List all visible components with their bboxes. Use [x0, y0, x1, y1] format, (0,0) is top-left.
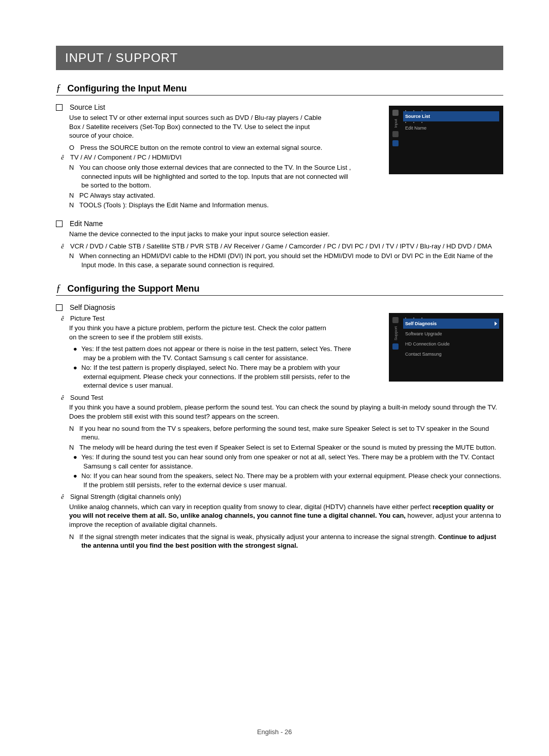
source-note-1: NYou can choose only those external devi… — [69, 163, 356, 190]
source-note-3: NTOOLS (Tools ): Displays the Edit Name … — [69, 201, 503, 210]
plug-icon — [392, 131, 399, 137]
sound-test-label: êSound Test — [61, 393, 503, 402]
source-note-2: NPC Always stay activated. — [69, 191, 503, 200]
checkbox-icon — [56, 220, 63, 227]
gear-icon — [392, 110, 399, 116]
osd-tab-input: Input — [393, 119, 398, 128]
self-diagnosis-heading: Self Diagnosis — [56, 303, 503, 311]
picture-test-no: ●No: If the test pattern is properly dis… — [73, 363, 353, 390]
edit-name-types: êVCR / DVD / Cable STB / Satellite STB /… — [61, 242, 503, 251]
edit-name-desc: Name the device connected to the input j… — [69, 230, 503, 239]
osd-row-self-diagnosis[interactable]: Self Diagnosis — [403, 319, 499, 329]
page-footer: English - 26 — [0, 728, 549, 736]
osd-row-edit-name[interactable]: Edit Name — [403, 123, 499, 133]
osd-row-software-upgrade[interactable]: Software Upgrade — [403, 329, 499, 339]
checkbox-icon — [56, 104, 63, 111]
edit-name-heading: Edit Name — [56, 219, 503, 228]
osd-row-contact[interactable]: Contact Samsung — [403, 349, 499, 359]
sound-test-desc: If you think you have a sound problem, p… — [69, 403, 503, 421]
sound-test-n2: NThe melody will be heard during the tes… — [69, 443, 503, 452]
signal-strength-desc: Unlike analog channels, which can vary i… — [69, 502, 503, 529]
osd-row-source-list[interactable]: Source List — [403, 111, 499, 121]
osd-support-preview: Support Self Diagnosis Software Upgrade … — [389, 313, 503, 382]
osd-input-preview: Input Source List Edit Name — [389, 106, 503, 174]
page-title: INPUT / SUPPORT — [56, 46, 503, 70]
question-icon — [392, 343, 399, 350]
sound-test-yes: ●Yes: If during the sound test you can h… — [73, 453, 503, 470]
signal-strength-note: NIf the signal strength meter indicates … — [69, 532, 503, 550]
tag-icon — [392, 140, 399, 146]
section-support-heading: ƒ Configuring the Support Menu — [56, 282, 503, 296]
osd-row-hd-guide[interactable]: HD Connection Guide — [403, 339, 499, 349]
plug-icon — [392, 317, 399, 323]
edit-name-note: NWhen connecting an HDMI/DVI cable to th… — [69, 251, 503, 269]
source-list-desc: Use to select TV or other external input… — [69, 113, 328, 140]
section-input-heading: ƒ Configuring the Input Menu — [56, 82, 503, 96]
sound-test-no: ●No: If you can hear sound from the spea… — [73, 471, 503, 489]
sound-test-n1: NIf you hear no sound from the TV s spea… — [69, 424, 503, 442]
chevron-right-icon — [495, 322, 497, 326]
signal-strength-label: êSignal Strength (digital channels only) — [61, 492, 503, 501]
picture-test-desc: If you think you have a picture problem,… — [69, 324, 328, 341]
checkbox-icon — [56, 304, 63, 311]
osd-tab-support: Support — [393, 326, 398, 340]
picture-test-yes: ●Yes: If the test pattern does not appea… — [73, 344, 353, 362]
